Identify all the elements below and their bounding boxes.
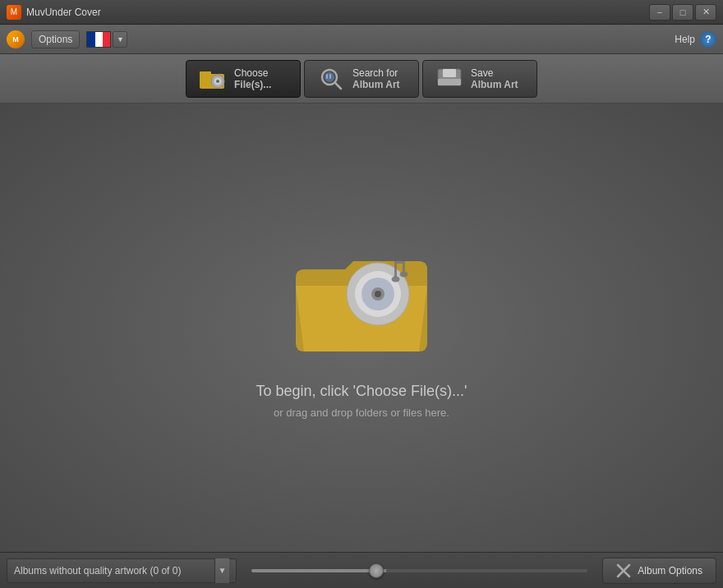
- flag-white: [95, 32, 103, 47]
- flag-red: [103, 32, 110, 47]
- svg-point-4: [216, 80, 219, 83]
- help-label[interactable]: Help: [675, 34, 695, 45]
- save-album-art-button[interactable]: Save Album Art: [422, 60, 537, 98]
- dropdown-arrow-icon[interactable]: ▼: [214, 558, 229, 583]
- options-menu[interactable]: Options: [31, 30, 80, 48]
- search-album-art-label: Search for Album Art: [352, 67, 400, 90]
- menu-bar: M Options ▼ Help ?: [0, 25, 723, 54]
- save-album-art-label: Save Album Art: [471, 67, 518, 90]
- maximize-button[interactable]: □: [672, 4, 693, 21]
- album-options-button[interactable]: Album Options: [602, 558, 716, 584]
- toolbar: Choose File(s)... Search for Album Art: [0, 54, 723, 103]
- quality-slider-container: [243, 569, 596, 572]
- album-options-label: Album Options: [638, 565, 702, 577]
- svg-rect-1: [200, 71, 211, 76]
- title-bar: M MuvUnder Cover − □ ✕: [0, 0, 723, 25]
- status-bar: Albums without quality artwork (0 of 0) …: [0, 552, 723, 588]
- language-dropdown-arrow[interactable]: ▼: [113, 31, 127, 48]
- flag-blue: [87, 32, 94, 47]
- choose-files-label: Choose File(s)...: [234, 67, 271, 90]
- folder-illustration: [288, 237, 435, 368]
- svg-rect-9: [329, 74, 331, 79]
- drop-area: To begin, click 'Choose File(s)...' or d…: [256, 237, 467, 419]
- title-text: MuvUnder Cover: [26, 7, 101, 18]
- album-filter-dropdown[interactable]: Albums without quality artwork (0 of 0) …: [7, 558, 237, 583]
- app-logo: M: [7, 30, 25, 48]
- search-album-art-icon: [318, 66, 344, 92]
- quality-slider-track[interactable]: [251, 569, 587, 572]
- svg-point-21: [392, 277, 400, 283]
- title-left: M MuvUnder Cover: [7, 5, 101, 20]
- search-album-art-button[interactable]: Search for Album Art: [304, 60, 419, 98]
- help-icon[interactable]: ?: [700, 31, 716, 48]
- flag-icon: [86, 31, 111, 48]
- choose-files-button[interactable]: Choose File(s)...: [186, 60, 301, 98]
- svg-rect-20: [394, 261, 405, 264]
- save-album-art-icon: [436, 66, 463, 92]
- drop-text-main: To begin, click 'Choose File(s)...': [256, 383, 467, 400]
- svg-line-6: [335, 83, 341, 89]
- help-section: Help ?: [675, 31, 716, 48]
- main-content[interactable]: To begin, click 'Choose File(s)...' or d…: [0, 103, 723, 552]
- svg-point-17: [375, 291, 381, 297]
- folder-icon: [200, 66, 226, 92]
- album-filter-label: Albums without quality artwork (0 of 0): [14, 565, 214, 577]
- quality-slider-thumb[interactable]: [369, 563, 384, 578]
- svg-rect-12: [443, 69, 456, 77]
- svg-point-22: [400, 272, 408, 278]
- window-controls: − □ ✕: [649, 4, 716, 21]
- app-icon: M: [7, 5, 21, 20]
- language-selector[interactable]: ▼: [86, 31, 127, 48]
- album-options-icon: [616, 563, 631, 578]
- minimize-button[interactable]: −: [649, 4, 670, 21]
- svg-rect-8: [326, 74, 328, 79]
- drop-text-sub: or drag and drop folders or files here.: [274, 407, 449, 419]
- svg-rect-11: [438, 79, 461, 85]
- close-button[interactable]: ✕: [695, 4, 716, 21]
